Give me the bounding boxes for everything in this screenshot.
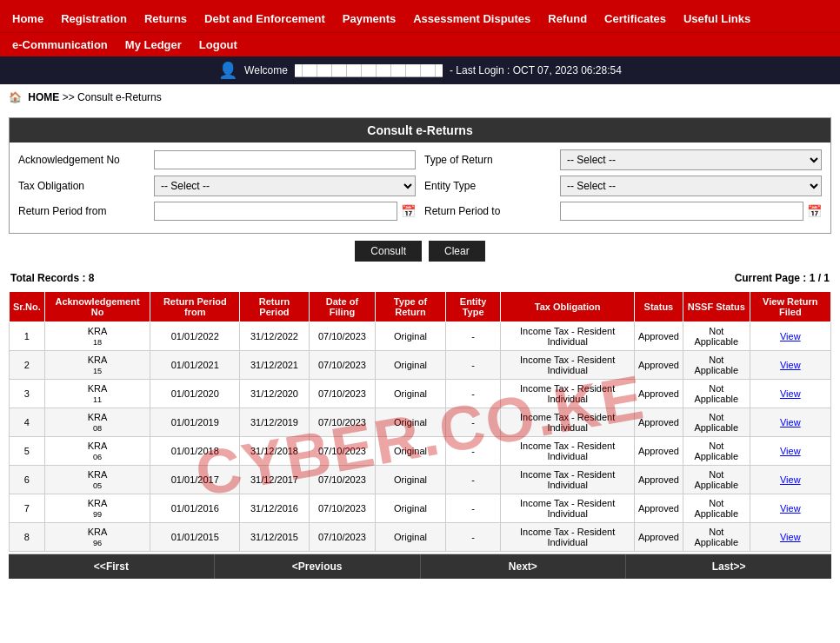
pagination-previous[interactable]: <Previous — [215, 554, 421, 579]
cell-date-filing: 07/10/2023 — [309, 408, 376, 437]
type-of-return-label: Type of Return — [424, 154, 555, 166]
breadcrumb-home[interactable]: HOME — [28, 91, 59, 103]
col-type-return: Type of Return — [376, 292, 445, 322]
view-link[interactable]: View — [780, 532, 801, 542]
col-status: Status — [634, 292, 683, 322]
cell-period-from: 01/01/2020 — [150, 380, 240, 408]
nav-e-communication[interactable]: e-Communication — [3, 33, 117, 56]
tax-obligation-label: Tax Obligation — [18, 180, 149, 192]
cell-status: Approved — [634, 408, 683, 437]
acknowledgement-input[interactable] — [154, 150, 416, 169]
nav-debt-enforcement[interactable]: Debt and Enforcement — [196, 5, 334, 32]
cell-period-from: 01/01/2017 — [150, 466, 240, 494]
cell-view[interactable]: View — [750, 408, 830, 437]
cell-date-filing: 07/10/2023 — [309, 437, 376, 466]
nav-useful-links[interactable]: Useful Links — [675, 5, 759, 32]
calendar-from-icon[interactable]: 📅 — [401, 204, 416, 218]
cell-srno: 7 — [10, 494, 45, 523]
cell-ack: KRA06 — [44, 437, 150, 466]
nav-logout[interactable]: Logout — [190, 33, 246, 56]
pagination-first[interactable]: <<First — [9, 554, 215, 579]
cell-view[interactable]: View — [750, 494, 830, 523]
nav-refund[interactable]: Refund — [539, 5, 596, 32]
cell-srno: 4 — [10, 408, 45, 437]
pagination-next[interactable]: Next> — [421, 554, 627, 579]
cell-type-return: Original — [376, 523, 445, 552]
welcome-text: Welcome — [244, 64, 288, 76]
cell-entity-type: - — [445, 322, 501, 351]
col-entity-type: Entity Type — [445, 292, 501, 322]
cell-view[interactable]: View — [750, 322, 830, 351]
breadcrumb: 🏠 HOME >> Consult e-Returns — [0, 84, 840, 110]
breadcrumb-current: Consult e-Returns — [77, 91, 162, 103]
view-link[interactable]: View — [780, 474, 801, 485]
cell-status: Approved — [634, 351, 683, 380]
view-link[interactable]: View — [780, 446, 801, 456]
cell-view[interactable]: View — [750, 437, 830, 466]
cell-ack: KRA05 — [44, 466, 150, 494]
nav-home[interactable]: Home — [3, 5, 52, 32]
cell-entity-type: - — [445, 494, 501, 523]
table-row: 7 KRA99 01/01/2016 31/12/2016 07/10/2023… — [10, 494, 831, 523]
table-row: 6 KRA05 01/01/2017 31/12/2017 07/10/2023… — [10, 466, 831, 494]
cell-view[interactable]: View — [750, 466, 830, 494]
form-buttons: Consult Clear — [9, 241, 831, 262]
nav-certificates[interactable]: Certificates — [596, 5, 675, 32]
pagination: <<First <Previous Next> Last>> — [9, 554, 831, 579]
tax-obligation-select[interactable]: -- Select -- Income Tax - Resident Indiv… — [154, 176, 416, 196]
cell-type-return: Original — [376, 494, 445, 523]
table-row: 1 KRA18 01/01/2022 31/12/2022 07/10/2023… — [10, 322, 831, 351]
cell-tax-obligation: Income Tax - Resident Individual — [501, 351, 634, 380]
return-period-from-input[interactable] — [154, 202, 397, 221]
nav-registration[interactable]: Registration — [52, 5, 136, 32]
current-page: Current Page : 1 / 1 — [735, 272, 830, 284]
cell-type-return: Original — [376, 408, 445, 437]
type-of-return-select[interactable]: -- Select -- Original Amended — [560, 149, 822, 170]
welcome-bar: 👤 Welcome ████████████████████ - Last Lo… — [0, 56, 840, 84]
col-tax-obligation: Tax Obligation — [501, 292, 634, 322]
nav-assessment-disputes[interactable]: Assessment Disputes — [404, 5, 539, 32]
cell-period-to: 31/12/2020 — [240, 380, 309, 408]
nav-my-ledger[interactable]: My Ledger — [117, 33, 190, 56]
view-link[interactable]: View — [780, 503, 801, 514]
cell-period-from: 01/01/2015 — [150, 523, 240, 552]
cell-tax-obligation: Income Tax - Resident Individual — [501, 437, 634, 466]
return-period-to-input[interactable] — [560, 202, 803, 221]
nav-payments[interactable]: Payments — [334, 5, 404, 32]
cell-entity-type: - — [445, 408, 501, 437]
cell-tax-obligation: Income Tax - Resident Individual — [501, 380, 634, 408]
entity-type-label: Entity Type — [424, 180, 555, 192]
cell-tax-obligation: Income Tax - Resident Individual — [501, 494, 634, 523]
pagination-last[interactable]: Last>> — [626, 554, 831, 579]
cell-entity-type: - — [445, 380, 501, 408]
col-date-filing: Date of Filing — [309, 292, 376, 322]
cell-ack: KRA96 — [44, 523, 150, 552]
view-link[interactable]: View — [780, 417, 801, 428]
cell-ack: KRA99 — [44, 494, 150, 523]
cell-view[interactable]: View — [750, 380, 830, 408]
nav-returns[interactable]: Returns — [136, 5, 196, 32]
clear-button[interactable]: Clear — [429, 241, 485, 262]
view-link[interactable]: View — [780, 331, 801, 341]
cell-srno: 5 — [10, 437, 45, 466]
calendar-to-icon[interactable]: 📅 — [807, 204, 822, 218]
col-period-from: Return Period from — [150, 292, 240, 322]
cell-period-from: 01/01/2018 — [150, 437, 240, 466]
cell-entity-type: - — [445, 437, 501, 466]
entity-type-select[interactable]: -- Select -- Individual Company — [560, 176, 822, 196]
cell-period-from: 01/01/2022 — [150, 322, 240, 351]
return-period-from-label: Return Period from — [18, 205, 149, 217]
user-icon: 👤 — [218, 61, 237, 80]
cell-view[interactable]: View — [750, 523, 830, 552]
cell-srno: 3 — [10, 380, 45, 408]
table-row: 5 KRA06 01/01/2018 31/12/2018 07/10/2023… — [10, 437, 831, 466]
cell-type-return: Original — [376, 437, 445, 466]
consult-button[interactable]: Consult — [355, 241, 422, 262]
cell-status: Approved — [634, 380, 683, 408]
view-link[interactable]: View — [780, 360, 801, 370]
cell-period-from: 01/01/2021 — [150, 351, 240, 380]
return-period-to-label: Return Period to — [424, 205, 555, 217]
form-panel: Consult e-Returns Acknowledgement No Typ… — [9, 117, 831, 234]
cell-view[interactable]: View — [750, 351, 830, 380]
view-link[interactable]: View — [780, 388, 801, 399]
